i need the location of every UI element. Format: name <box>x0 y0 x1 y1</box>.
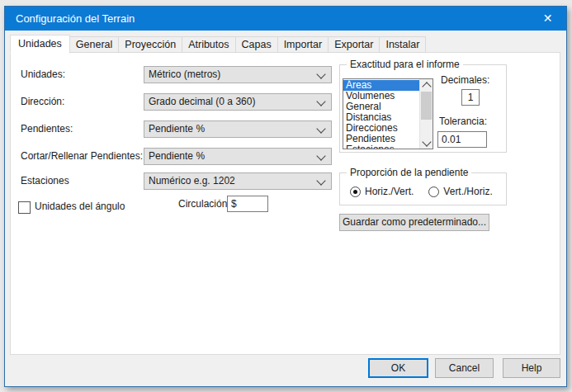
cutfill-dropdown[interactable]: Pendiente % <box>144 148 332 165</box>
chevron-down-icon <box>316 69 325 78</box>
chevron-down-icon <box>316 176 325 185</box>
angle-units-label: Unidades del ángulo <box>35 201 125 213</box>
tolerance-label: Tolerancia: <box>439 116 487 127</box>
ok-button[interactable]: OK <box>368 358 428 378</box>
list-item[interactable]: Estaciones <box>343 144 419 149</box>
scrollbar-thumb[interactable] <box>421 92 432 120</box>
slopes-dropdown[interactable]: Pendiente % <box>144 120 332 138</box>
accuracy-list-items: Áreas Volumenes General Distancias Direc… <box>343 80 419 149</box>
tab-page-unidades: Unidades: Dirección: Pendientes: Cortar/… <box>10 52 560 355</box>
decimals-label: Decimales: <box>441 74 489 86</box>
help-button[interactable]: Help <box>503 358 560 378</box>
slopes-label: Pendientes: <box>21 120 73 138</box>
units-dropdown[interactable]: Métrico (metros) <box>144 66 332 83</box>
cancel-button[interactable]: Cancel <box>435 358 494 378</box>
tab-unidades[interactable]: Unidades <box>10 35 70 54</box>
horiz-vert-radio[interactable] <box>350 187 361 197</box>
stations-label: Estaciones <box>21 172 69 190</box>
chevron-up-icon <box>422 82 431 91</box>
tab-capas[interactable]: Capas <box>235 36 278 53</box>
circulation-label: Circulación: <box>178 198 230 210</box>
slope-ratio-group: Proporción de la pendiente Horiz./Vert. … <box>339 172 507 205</box>
tab-atributos[interactable]: Atributos <box>182 36 235 53</box>
angle-units-checkbox[interactable] <box>18 201 31 214</box>
chevron-down-icon <box>316 97 325 106</box>
units-dropdown-value: Métrico (metros) <box>149 68 220 80</box>
direction-dropdown-value: Grado decimal (0 a 360) <box>149 96 255 107</box>
chevron-down-icon <box>422 137 431 146</box>
listbox-scrollbar[interactable] <box>419 79 433 149</box>
tolerance-input[interactable]: 0.01 <box>437 131 487 148</box>
decimals-value: 1 <box>468 92 474 103</box>
tab-strip: Unidades General Proyección Atributos Ca… <box>10 34 425 53</box>
units-label: Unidades: <box>21 66 65 83</box>
stations-dropdown-value: Numérico e.g. 1202 <box>149 175 235 187</box>
title-bar: Configuración del Terrain ✕ <box>5 7 566 31</box>
slope-ratio-options: Horiz./Vert. Vert./Horiz. <box>350 186 508 197</box>
tab-general[interactable]: General <box>69 36 119 53</box>
tab-instalar[interactable]: Instalar <box>379 36 426 53</box>
decimals-input[interactable]: 1 <box>461 89 480 106</box>
tab-proyeccion[interactable]: Proyección <box>118 36 182 53</box>
cutfill-dropdown-value: Pendiente % <box>149 150 205 162</box>
horiz-vert-label: Horiz./Vert. <box>365 186 414 197</box>
circulation-input[interactable]: $ <box>227 196 268 212</box>
tab-exportar[interactable]: Exportar <box>328 36 380 53</box>
direction-dropdown[interactable]: Grado decimal (0 a 360) <box>144 93 332 111</box>
chevron-down-icon <box>316 151 325 160</box>
cutfill-label: Cortar/Rellenar Pendientes: <box>21 148 143 165</box>
report-accuracy-group: Exactitud para el informe Áreas Volumene… <box>339 64 507 153</box>
window-title: Configuración del Terrain <box>16 7 135 31</box>
save-as-default-button[interactable]: Guardar como predeterminado... <box>339 214 489 231</box>
vert-horiz-label: Vert./Horiz. <box>443 186 492 197</box>
chevron-down-icon <box>316 124 325 133</box>
circulation-value: $ <box>231 198 237 210</box>
accuracy-listbox[interactable]: Áreas Volumenes General Distancias Direc… <box>343 78 433 149</box>
direction-label: Dirección: <box>21 93 64 111</box>
slopes-dropdown-value: Pendiente % <box>149 123 205 135</box>
close-icon[interactable]: ✕ <box>529 7 566 31</box>
tolerance-value: 0.01 <box>442 134 461 145</box>
tab-importar[interactable]: Importar <box>277 36 329 53</box>
report-accuracy-title: Exactitud para el informe <box>347 59 463 71</box>
slope-ratio-title: Proporción de la pendiente <box>347 167 471 179</box>
vert-horiz-radio[interactable] <box>428 187 439 197</box>
stations-dropdown[interactable]: Numérico e.g. 1202 <box>144 172 332 190</box>
scroll-down-button[interactable] <box>420 137 433 149</box>
scroll-up-button[interactable] <box>420 79 433 91</box>
terrain-settings-dialog: Configuración del Terrain ✕ Unidades Gen… <box>4 6 567 387</box>
